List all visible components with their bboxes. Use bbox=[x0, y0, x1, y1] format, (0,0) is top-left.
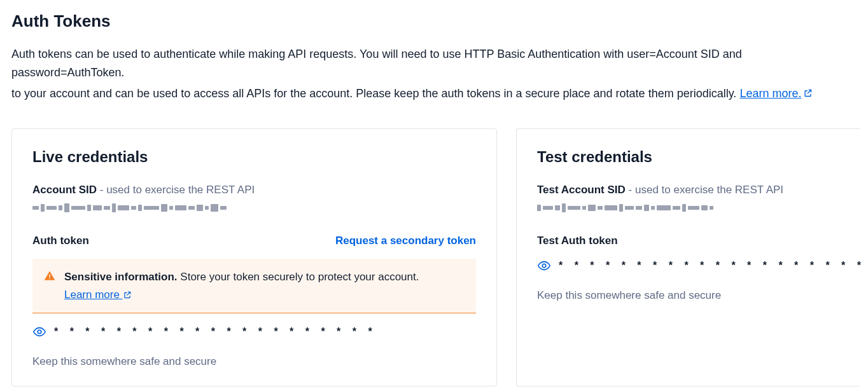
live-credentials-card: Live credentials Account SID - used to e… bbox=[11, 128, 497, 386]
account-sid-label-strong: Account SID bbox=[32, 184, 97, 196]
learn-more-link[interactable]: Learn more. bbox=[739, 87, 813, 100]
account-sid-value-blurred bbox=[32, 200, 476, 215]
external-link-icon bbox=[123, 289, 132, 301]
alert-text: Store your token securely to protect you… bbox=[178, 271, 419, 283]
page-title: Auth Tokens bbox=[11, 11, 857, 31]
live-card-title: Live credentials bbox=[32, 148, 476, 166]
external-link-icon bbox=[803, 85, 813, 104]
svg-point-3 bbox=[542, 264, 546, 268]
test-token-masked: * * * * * * * * * * * * * * * * * * * * … bbox=[559, 260, 868, 271]
cards-row: Live credentials Account SID - used to e… bbox=[11, 128, 857, 386]
alert-body: Sensitive information. Store your token … bbox=[64, 269, 419, 303]
live-helper-text: Keep this somewhere safe and secure bbox=[32, 355, 476, 368]
test-helper-text: Keep this somewhere safe and secure bbox=[537, 289, 853, 302]
svg-point-2 bbox=[38, 331, 41, 334]
test-credentials-card: Test credentials Test Account SID - used… bbox=[516, 128, 860, 386]
test-account-sid-label-strong: Test Account SID bbox=[537, 184, 626, 196]
warning-icon bbox=[44, 270, 55, 284]
auth-token-label: Auth token bbox=[32, 235, 89, 247]
request-secondary-token-link[interactable]: Request a secondary token bbox=[335, 235, 476, 247]
description-line-2-text: to your account and can be used to acces… bbox=[11, 87, 739, 100]
account-sid-label: Account SID - used to exercise the REST … bbox=[32, 184, 476, 196]
alert-bold: Sensitive information. bbox=[64, 271, 178, 283]
reveal-token-button[interactable] bbox=[32, 325, 46, 339]
account-sid-hint: - used to exercise the REST API bbox=[97, 184, 255, 196]
test-card-title: Test credentials bbox=[537, 148, 853, 166]
svg-rect-0 bbox=[49, 275, 50, 278]
test-auth-token-label: Test Auth token bbox=[537, 235, 618, 247]
description-line-1: Auth tokens can be used to authenticate … bbox=[11, 45, 857, 82]
learn-more-text: Learn more. bbox=[739, 87, 801, 100]
test-account-sid-label: Test Account SID - used to exercise the … bbox=[537, 184, 853, 196]
alert-learn-more-text: Learn more bbox=[64, 289, 120, 301]
sensitive-info-alert: Sensitive information. Store your token … bbox=[32, 259, 476, 313]
auth-token-header-row: Auth token Request a secondary token bbox=[32, 235, 476, 247]
svg-rect-1 bbox=[49, 278, 50, 280]
description-line-2: to your account and can be used to acces… bbox=[11, 85, 857, 104]
alert-learn-more-link[interactable]: Learn more bbox=[64, 287, 132, 303]
reveal-test-token-button[interactable] bbox=[537, 259, 551, 273]
test-account-sid-value-blurred bbox=[537, 200, 853, 215]
live-token-row: * * * * * * * * * * * * * * * * * * * * … bbox=[32, 325, 476, 339]
test-token-row: * * * * * * * * * * * * * * * * * * * * … bbox=[537, 259, 853, 273]
test-account-sid-hint: - used to exercise the REST API bbox=[626, 184, 783, 196]
test-auth-token-header-row: Test Auth token bbox=[537, 235, 853, 247]
live-token-masked: * * * * * * * * * * * * * * * * * * * * … bbox=[54, 326, 377, 338]
